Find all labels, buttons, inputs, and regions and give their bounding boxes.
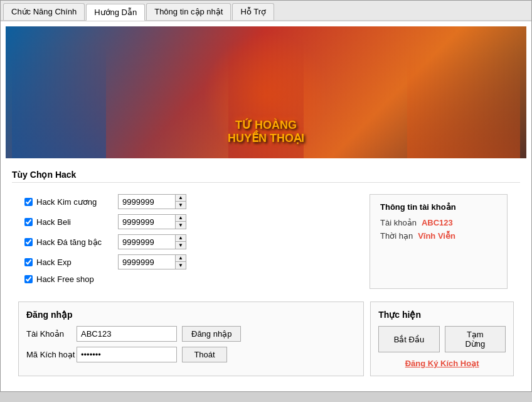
hack-checkbox-kim-cuong[interactable] [24, 198, 33, 206]
hack-row-da-tang-bac: Hack Đá tăng bậc ▲ ▼ [24, 234, 357, 249]
hack-spinner-kim-cuong: ▲ ▼ [118, 194, 186, 209]
hack-arrow-up-da-tang-bac[interactable]: ▲ [176, 235, 186, 242]
hack-arrow-up-beli[interactable]: ▲ [176, 215, 186, 222]
hack-arrow-down-exp[interactable]: ▼ [176, 262, 186, 269]
account-info-title: Thông tin tài khoản [380, 202, 497, 212]
hack-checkbox-free-shop[interactable] [24, 275, 33, 283]
hack-spinner-exp: ▲ ▼ [118, 254, 186, 269]
login-section-title: Đăng nhập [26, 310, 356, 320]
hack-arrow-up-exp[interactable]: ▲ [176, 255, 186, 262]
account-username-value: ABC123 [422, 218, 453, 227]
tab-bar: Chức Năng Chính Hướng Dẫn Thông tin cập … [1, 1, 531, 21]
hack-arrows-beli: ▲ ▼ [175, 215, 186, 229]
tab-huong-dan[interactable]: Hướng Dẫn [86, 4, 145, 21]
hack-row-exp: Hack Exp ▲ ▼ [24, 254, 357, 269]
main-window: Chức Năng Chính Hướng Dẫn Thông tin cập … [0, 0, 532, 392]
login-username-row: Tài Khoản Đăng nhập [26, 326, 356, 342]
account-username-label: Tài khoản [380, 218, 417, 227]
tab-ho-tro[interactable]: Hỗ Trợ [232, 3, 274, 20]
hack-checkbox-beli[interactable] [24, 218, 33, 226]
hack-section: Tùy Chọn Hack Hack Kim cương ▲ ▼ [6, 165, 526, 295]
hack-arrow-down-da-tang-bac[interactable]: ▼ [176, 242, 186, 249]
login-password-row: Mã Kích hoạt Thoát [26, 347, 356, 362]
execute-section-title: Thực hiện [378, 310, 506, 320]
hack-row-kim-cuong: Hack Kim cương ▲ ▼ [24, 194, 357, 209]
login-username-label: Tài Khoản [26, 329, 77, 339]
hack-label-kim-cuong: Hack Kim cương [36, 197, 112, 207]
login-password-label: Mã Kích hoạt [26, 350, 77, 359]
account-expiry-row: Thời hạn Vĩnh Viễn [380, 231, 497, 241]
hack-checkbox-da-tang-bac[interactable] [24, 238, 33, 246]
account-expiry-label: Thời hạn [380, 231, 413, 241]
hack-spinner-beli: ▲ ▼ [118, 214, 186, 229]
banner-title-line1: TỨ HOÀNG [228, 119, 304, 133]
hack-input-beli[interactable] [119, 215, 175, 229]
hack-checkbox-exp[interactable] [24, 258, 33, 266]
hack-row-free-shop: Hack Free shop [24, 274, 357, 284]
banner-left-character [12, 45, 106, 158]
hack-input-kim-cuong[interactable] [119, 195, 175, 209]
login-username-input[interactable] [77, 326, 177, 342]
start-button[interactable]: Bắt Đầu [378, 326, 439, 352]
login-password-input[interactable] [77, 347, 177, 362]
hack-section-title: Tùy Chọn Hack [12, 167, 520, 183]
register-link[interactable]: Đăng Ký Kích Hoạt [378, 359, 506, 368]
tab-chuc-nang[interactable]: Chức Năng Chính [3, 3, 85, 20]
hack-arrow-down-beli[interactable]: ▼ [176, 222, 186, 229]
banner-right-character [407, 52, 520, 158]
hack-label-beli: Hack Beli [36, 217, 112, 227]
hack-arrows-kim-cuong: ▲ ▼ [175, 195, 186, 209]
account-username-row: Tài khoản ABC123 [380, 218, 497, 227]
hack-arrows-exp: ▲ ▼ [175, 255, 186, 269]
hack-label-free-shop: Hack Free shop [36, 274, 112, 284]
hack-arrows-da-tang-bac: ▲ ▼ [175, 235, 186, 249]
pause-button[interactable]: Tạm Dừng [445, 326, 506, 352]
hack-arrow-up-kim-cuong[interactable]: ▲ [176, 195, 186, 202]
banner-title: TỨ HOÀNG HUYỀN THOẠI [228, 119, 304, 146]
hack-label-da-tang-bac: Hack Đá tăng bậc [36, 237, 112, 247]
hack-options-left: Hack Kim cương ▲ ▼ Hack Beli [24, 194, 357, 289]
exit-button[interactable]: Thoát [182, 347, 227, 362]
bottom-row: Đăng nhập Tài Khoản Đăng nhập Mã Kích ho… [6, 295, 526, 386]
hack-options-container: Hack Kim cương ▲ ▼ Hack Beli [12, 188, 520, 295]
hack-row-beli: Hack Beli ▲ ▼ [24, 214, 357, 229]
game-banner: TỨ HOÀNG HUYỀN THOẠI [6, 26, 526, 158]
execute-buttons-row: Bắt Đầu Tạm Dừng [378, 326, 506, 352]
tab-thong-tin[interactable]: Thông tin cập nhật [146, 3, 231, 20]
login-button[interactable]: Đăng nhập [182, 326, 241, 342]
hack-spinner-da-tang-bac: ▲ ▼ [118, 234, 186, 249]
hack-input-da-tang-bac[interactable] [119, 236, 175, 249]
hack-input-exp[interactable] [119, 256, 175, 269]
hack-arrow-down-kim-cuong[interactable]: ▼ [176, 202, 186, 209]
banner-title-line2: HUYỀN THOẠI [228, 132, 304, 146]
hack-label-exp: Hack Exp [36, 258, 112, 267]
login-section: Đăng nhập Tài Khoản Đăng nhập Mã Kích ho… [18, 302, 364, 376]
account-expiry-value: Vĩnh Viễn [418, 231, 455, 241]
account-info-panel: Thông tin tài khoản Tài khoản ABC123 Thờ… [370, 194, 508, 289]
content-area: TỨ HOÀNG HUYỀN THOẠI Tùy Chọn Hack Hack … [1, 21, 531, 391]
execute-section: Thực hiện Bắt Đầu Tạm Dừng Đăng Ký Kích … [370, 302, 514, 376]
